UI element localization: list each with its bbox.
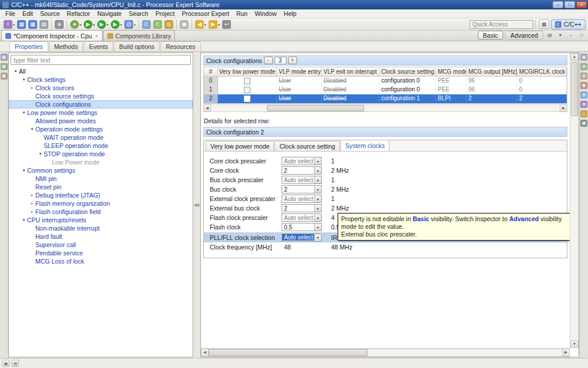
menu-navigate[interactable]: Navigate xyxy=(94,9,125,18)
chevron-down-icon[interactable]: ▾ xyxy=(314,176,321,183)
search-button[interactable]: ◎ xyxy=(163,19,174,29)
detail-vertical-scrollbar[interactable]: ▲ ▼ xyxy=(570,53,579,348)
expanded-arrow-icon[interactable]: ▾ xyxy=(37,152,44,156)
chevron-down-icon[interactable]: ▾ xyxy=(314,157,321,165)
bus-clock-prescaler-combo[interactable]: Auto select▾ xyxy=(282,176,322,184)
save-all-button[interactable]: ▦ xyxy=(27,19,38,29)
collapsed-arrow-icon[interactable]: ▸ xyxy=(29,209,35,214)
menu-source[interactable]: Source xyxy=(37,9,63,18)
chevron-down-icon[interactable]: ▾ xyxy=(314,214,321,221)
external-clock-prescaler-combo[interactable]: Auto select▾ xyxy=(282,195,322,203)
scroll-thumb[interactable] xyxy=(267,105,365,111)
dropdown-arrow-icon[interactable]: ▾ xyxy=(13,22,15,27)
tab-build-options[interactable]: Build options xyxy=(114,41,160,51)
quick-access-input[interactable] xyxy=(470,20,533,29)
config-row-2[interactable]: 2UserDisabledconfiguration 1BLPI22 xyxy=(204,94,567,103)
restore-right-panel-icon[interactable]: ▩ xyxy=(580,54,587,61)
tab-resources[interactable]: Resources xyxy=(160,41,200,51)
scroll-right-icon[interactable]: ▶ xyxy=(560,104,567,112)
scroll-left-icon[interactable]: ◀ xyxy=(203,104,211,112)
forward-button[interactable]: ▶▾ xyxy=(207,19,221,29)
outline-view-icon[interactable]: ▤ xyxy=(580,63,587,70)
tree-item-hard-fault[interactable]: Hard fault xyxy=(9,232,193,241)
mark-occurrences-toggle[interactable]: ▣ xyxy=(179,19,190,29)
tree-item-cpu-interrupts-resets[interactable]: ▾CPU interrupts/resets xyxy=(9,216,193,224)
tab-events[interactable]: Events xyxy=(84,41,113,51)
expanded-arrow-icon[interactable]: ▾ xyxy=(29,127,35,132)
dropdown-arrow-icon[interactable]: ▾ xyxy=(218,22,220,27)
chevron-down-icon[interactable]: ▾ xyxy=(314,167,321,174)
dropdown-arrow-icon[interactable]: ▾ xyxy=(93,22,95,27)
tree-item-low-power-mode-settings[interactable]: ▾Low power mode settings xyxy=(9,109,193,117)
console-view-icon[interactable]: ▧ xyxy=(580,91,587,98)
collapse-panel-button[interactable]: << xyxy=(194,202,200,208)
tab-properties[interactable]: Properties xyxy=(9,41,48,51)
run-button[interactable]: ▶▾ xyxy=(82,19,96,29)
tree-item-clock-configurations[interactable]: Clock configurations xyxy=(9,100,193,109)
profile-button[interactable]: ▶▾ xyxy=(96,19,110,29)
tree-item-common-settings[interactable]: ▾Common settings xyxy=(9,166,193,175)
expanded-arrow-icon[interactable]: ▾ xyxy=(21,110,27,115)
tab-clock-source-setting[interactable]: Clock source setting xyxy=(275,141,340,151)
expanded-arrow-icon[interactable]: ▾ xyxy=(21,168,27,173)
menu-project[interactable]: Project xyxy=(152,9,179,18)
tree-item-debug-interface-jtag[interactable]: ▸Debug interface (JTAG) xyxy=(9,191,193,199)
tab-very-low-power-mode[interactable]: Very low power mode xyxy=(206,141,274,151)
clock-source-setting-cell[interactable]: configuration 1 xyxy=(379,94,436,103)
add-configuration-button[interactable]: + xyxy=(288,57,297,64)
scroll-down-icon[interactable]: ▼ xyxy=(570,340,579,348)
column-header-mcgirclk-clock-mhz[interactable]: MCGIRCLK clock [MHz] xyxy=(517,67,567,76)
build-view-icon[interactable]: ▥ xyxy=(580,73,587,80)
tree-item-non-maskable-interrupt[interactable]: Non-maskable interrupt xyxy=(9,224,193,232)
debug-button[interactable]: ●▾ xyxy=(69,19,82,29)
basic-visibility-button[interactable]: Basic xyxy=(478,31,504,40)
search-view-icon[interactable]: ◎ xyxy=(580,110,587,117)
collapsed-arrow-icon[interactable]: ▸ xyxy=(29,193,35,198)
column-header-mcg-output-mhz[interactable]: MCG output [MHz] xyxy=(467,67,517,76)
close-icon[interactable]: × xyxy=(95,33,98,38)
flash-clock-combo[interactable]: 0.5▾ xyxy=(282,223,322,231)
tasks-view-icon[interactable]: ▨ xyxy=(580,101,587,108)
tree-item-clock-source-settings[interactable]: Clock source settings xyxy=(9,92,193,100)
remove-configuration-button[interactable]: - xyxy=(264,57,273,64)
editor-tab-components-library[interactable]: Components Library xyxy=(103,30,176,41)
column-header-very-low-power-mode[interactable]: Very low power mode xyxy=(218,67,277,76)
expanded-arrow-icon[interactable]: ▾ xyxy=(21,218,27,222)
expanded-arrow-icon[interactable]: ▾ xyxy=(12,69,19,74)
column-header-[interactable]: # xyxy=(204,67,218,76)
open-view-icon[interactable]: ▦ xyxy=(1,63,8,70)
scroll-left-icon[interactable]: ◀ xyxy=(201,349,209,357)
menu-edit[interactable]: Edit xyxy=(19,9,37,18)
chevron-down-icon[interactable]: ▾ xyxy=(314,234,321,241)
pll-fll-clock-selection-combo[interactable]: Auto select▾ xyxy=(282,234,322,242)
clock-source-setting-cell[interactable]: configuration 0 xyxy=(379,86,436,94)
column-header-vlp-exit-on-interrupt[interactable]: VLP exit on interrupt xyxy=(322,67,379,76)
tree-item-wait-operation-mode[interactable]: WAIT operation mode xyxy=(9,133,193,142)
scroll-thumb[interactable] xyxy=(209,349,368,356)
vertical-scroll-thumb[interactable] xyxy=(571,62,578,116)
filter-layout-icon[interactable]: ▤ xyxy=(546,31,554,40)
scroll-track[interactable] xyxy=(209,349,562,357)
column-header-mcg-mode[interactable]: MCG mode xyxy=(436,67,467,76)
menu-search[interactable]: Search xyxy=(125,9,151,18)
external-tools-button[interactable]: ▶▾ xyxy=(110,19,123,29)
menu-refactor[interactable]: Refactor xyxy=(63,9,94,18)
bus-clock-combo[interactable]: 2▾ xyxy=(282,185,322,193)
panel-splitter[interactable]: << xyxy=(193,52,200,358)
table-horizontal-scrollbar[interactable]: ◀ ▶ xyxy=(203,104,567,112)
tree-item-mcg-loss-of-lock[interactable]: MCG Loss of lock xyxy=(9,257,193,265)
tree-item-clock-sources[interactable]: ▸Clock sources xyxy=(9,84,193,92)
config-row-0[interactable]: 0UserDisabledconfiguration 0PEE960 xyxy=(204,77,567,86)
tab-methods[interactable]: Methods xyxy=(49,41,83,51)
tree-item-all[interactable]: ▾All xyxy=(9,67,193,75)
trim-handle-icon[interactable]: ▤ xyxy=(12,360,19,367)
core-clock-prescaler-combo[interactable]: Auto select▾ xyxy=(282,157,322,165)
minimize-button[interactable]: – xyxy=(553,1,563,8)
build-button[interactable]: ⊕ xyxy=(54,19,65,29)
dropdown-arrow-icon[interactable]: ▾ xyxy=(134,22,136,27)
open-perspective-button[interactable]: ▦ xyxy=(539,19,549,29)
scroll-track[interactable] xyxy=(211,104,560,112)
new-wizard-button[interactable]: +▾ xyxy=(2,19,16,29)
tree-item-clock-settings[interactable]: ▾Clock settings xyxy=(9,75,193,84)
menu-processor-expert[interactable]: Processor Expert xyxy=(178,9,233,18)
